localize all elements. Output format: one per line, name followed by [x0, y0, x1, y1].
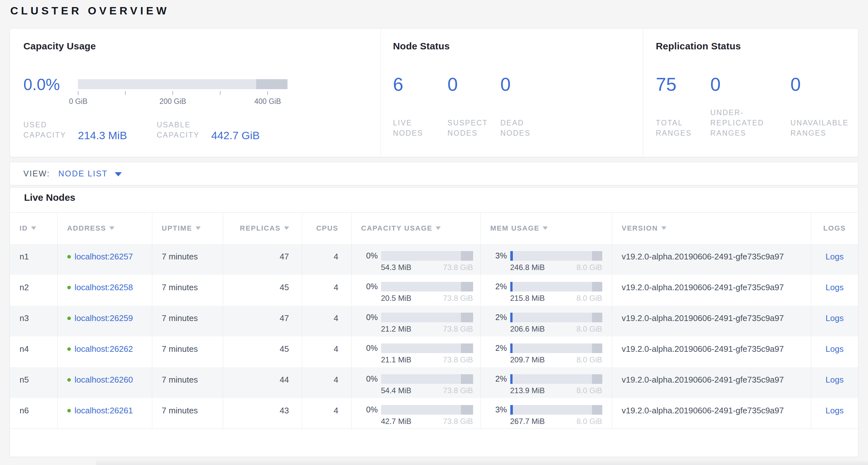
node-capacity-cell: 0% 21.1 MiB 73.8 GiB: [351, 337, 480, 367]
column-header-cpus: CPUS: [302, 213, 351, 244]
capacity-used-value: 21.1 MiB: [381, 355, 411, 364]
cluster-overview-page: CLUSTER OVERVIEW Capacity Usage 0.0% 0 G…: [0, 0, 868, 465]
mem-percent: 3%: [490, 405, 507, 414]
panel-divider: [380, 29, 381, 157]
node-cpus-cell: 4: [302, 275, 351, 306]
capacity-total-value: 73.8 GiB: [443, 417, 473, 426]
axis-tick-label: 400 GiB: [248, 97, 287, 106]
node-logs-link[interactable]: Logs: [826, 375, 844, 384]
node-mem-cell: 2% 213.9 MiB 8.0 GiB: [480, 367, 612, 398]
capacity-used-value: 54.4 MiB: [381, 386, 411, 395]
node-id-cell: n1: [10, 244, 57, 275]
node-logs-link[interactable]: Logs: [826, 344, 844, 354]
live-nodes-label: LIVE NODES: [393, 118, 435, 138]
node-logs-cell: Logs: [811, 337, 858, 367]
column-header-replicas[interactable]: REPLICAS: [223, 213, 302, 244]
capacity-total-value: 73.8 GiB: [443, 386, 473, 395]
suspect-nodes-label: SUSPECT NODES: [447, 118, 496, 138]
node-mem-cell: 3% 267.7 MiB 8.0 GiB: [480, 398, 612, 429]
capacity-bar: [381, 405, 473, 415]
table-row: n4 localhost:26262 7 minutes 45 4 0% 21.…: [10, 337, 858, 367]
capacity-total-value: 73.8 GiB: [443, 294, 473, 303]
node-logs-cell: Logs: [811, 275, 858, 306]
node-address-link[interactable]: localhost:26261: [75, 406, 133, 416]
axis-tick: [267, 91, 268, 95]
mem-bar-other-segment: [592, 405, 602, 415]
dead-nodes-label: DEAD NODES: [500, 118, 542, 138]
mem-bar: [510, 282, 602, 291]
column-header-uptime[interactable]: UPTIME: [152, 213, 223, 244]
suspect-nodes-count: 0: [447, 74, 458, 95]
capacity-stats: USED CAPACITY 214.3 MiB USABLE CAPACITY …: [23, 120, 260, 140]
node-id-cell: n6: [10, 398, 57, 429]
node-id-cell: n4: [10, 337, 57, 367]
column-header-mem-usage[interactable]: MEM USAGE: [480, 213, 612, 244]
capacity-used-value: 54.3 MiB: [381, 263, 411, 272]
axis-tick-label: 200 GiB: [154, 97, 192, 106]
node-address-cell: localhost:26262: [57, 337, 152, 367]
node-address-link[interactable]: localhost:26258: [75, 283, 133, 292]
node-logs-link[interactable]: Logs: [826, 283, 844, 292]
mem-total-value: 8.0 GiB: [576, 294, 602, 303]
node-address-cell: localhost:26260: [57, 367, 152, 398]
axis-tick-label: 0 GiB: [59, 97, 97, 106]
node-uptime-cell: 7 minutes: [152, 398, 223, 429]
axis-tick: [220, 91, 220, 95]
mem-bar: [510, 313, 602, 322]
node-logs-link[interactable]: Logs: [826, 406, 844, 415]
column-header-version[interactable]: VERSION: [612, 213, 811, 244]
column-header-id[interactable]: ID: [10, 213, 57, 244]
mem-bar-fill: [510, 313, 513, 322]
node-logs-link[interactable]: Logs: [826, 313, 844, 323]
capacity-total-value: 73.8 GiB: [443, 263, 473, 272]
capacity-bar-other-segment: [461, 344, 473, 353]
view-selector-dropdown[interactable]: NODE LIST: [58, 169, 122, 178]
table-row: n6 localhost:26261 7 minutes 43 4 0% 42.…: [10, 398, 858, 429]
mem-percent: 3%: [490, 251, 507, 260]
capacity-percent: 0%: [361, 282, 378, 291]
node-cpus-cell: 4: [302, 244, 351, 275]
suspect-nodes-stat: 0 SUSPECT NODES: [447, 29, 500, 157]
view-bar: VIEW: NODE LIST: [10, 162, 858, 185]
mem-used-value: 246.8 MiB: [510, 263, 545, 272]
capacity-used-value: 42.7 MiB: [381, 417, 411, 426]
mem-bar: [510, 374, 602, 384]
node-cpus-cell: 4: [302, 337, 351, 367]
node-address-link[interactable]: localhost:26257: [75, 252, 133, 262]
capacity-bar-other-segment: [461, 282, 473, 291]
node-version-cell: v19.2.0-alpha.20190606-2491-gfe735c9a97: [612, 275, 811, 306]
mem-bar-fill: [510, 251, 513, 261]
mem-percent: 2%: [490, 374, 507, 383]
view-selected-value[interactable]: NODE LIST: [58, 169, 108, 178]
under-replicated-ranges-label: UNDER-REPLICATED RANGES: [710, 108, 776, 138]
sort-desc-icon: [109, 226, 115, 230]
column-header-capacity-usage[interactable]: CAPACITY USAGE: [351, 213, 480, 244]
node-id-cell: n2: [10, 275, 57, 306]
mem-percent: 2%: [490, 313, 507, 322]
node-logs-cell: Logs: [811, 398, 858, 429]
node-address-link[interactable]: localhost:26262: [75, 344, 133, 354]
capacity-gauge: 0 GiB 200 GiB 400 GiB: [78, 79, 287, 89]
node-address-link[interactable]: localhost:26260: [75, 375, 133, 385]
node-logs-cell: Logs: [811, 306, 858, 337]
node-logs-link[interactable]: Logs: [826, 252, 844, 261]
total-ranges-stat: 75 TOTAL RANGES: [656, 29, 710, 157]
node-address-link[interactable]: localhost:26259: [75, 313, 133, 323]
node-mem-cell: 2% 209.7 MiB 8.0 GiB: [480, 337, 612, 367]
node-address-cell: localhost:26258: [57, 275, 152, 306]
total-ranges-count: 75: [656, 74, 677, 95]
capacity-used-value: 20.5 MiB: [381, 294, 411, 303]
dead-nodes-count: 0: [500, 74, 510, 95]
mem-bar-fill: [510, 405, 513, 415]
unavailable-ranges-count: 0: [790, 74, 801, 95]
node-address-cell: localhost:26257: [57, 244, 152, 275]
table-row: n5 localhost:26260 7 minutes 44 4 0% 54.…: [10, 367, 858, 398]
capacity-percent: 0%: [361, 374, 378, 383]
below-fold-strip: [96, 461, 868, 465]
sort-desc-icon: [195, 226, 200, 230]
chevron-down-icon[interactable]: [115, 172, 122, 176]
mem-bar-other-segment: [592, 374, 602, 384]
mem-bar-fill: [510, 282, 513, 291]
node-capacity-cell: 0% 54.4 MiB 73.8 GiB: [351, 367, 480, 398]
column-header-address[interactable]: ADDRESS: [57, 213, 152, 244]
